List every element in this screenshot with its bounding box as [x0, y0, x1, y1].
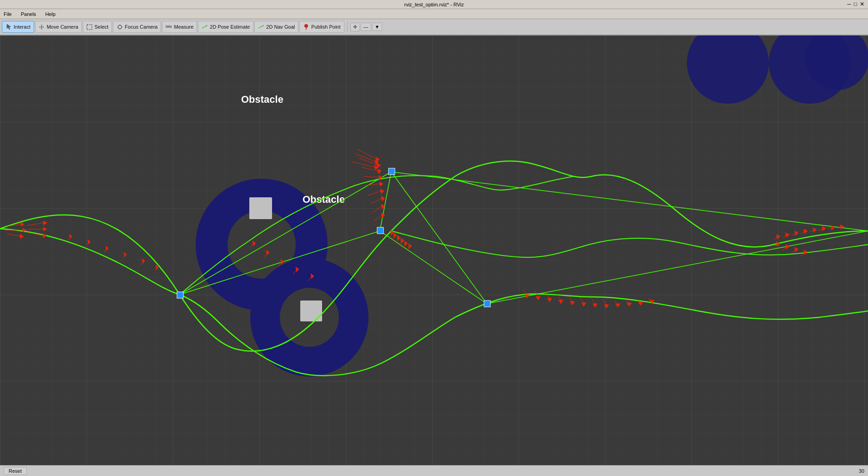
menu-panels[interactable]: Panels [19, 10, 38, 18]
svg-rect-155 [484, 301, 490, 307]
toolbar-separator [347, 21, 348, 32]
menubar: File Panels Help [0, 9, 868, 19]
toolbar: Interact Move Camera Select Focus Camera… [0, 19, 868, 35]
move-icon [39, 24, 45, 30]
tool-measure[interactable]: Measure [162, 21, 197, 33]
visualization-svg: Obstacle Obstacle [0, 35, 868, 465]
select-icon [86, 24, 93, 30]
menu-help[interactable]: Help [43, 10, 57, 18]
tool-publish-point[interactable]: Publish Point [299, 21, 344, 33]
svg-point-16 [304, 24, 308, 28]
reset-button[interactable]: Reset [4, 467, 27, 475]
tool-select-label: Select [95, 24, 109, 30]
cursor-icon [5, 24, 12, 30]
tool-2d-nav-goal-label: 2D Nav Goal [266, 24, 295, 30]
svg-rect-28 [300, 301, 322, 321]
tool-interact[interactable]: Interact [2, 21, 34, 33]
focus-icon [116, 24, 123, 30]
dropdown-icon: ▼ [375, 24, 380, 30]
tool-2d-nav-goal[interactable]: 2D Nav Goal [254, 21, 298, 33]
pose-icon [202, 24, 208, 30]
fps-display: 30 [859, 468, 864, 474]
obstacle-label-2: Obstacle [303, 194, 345, 205]
dropdown-btn[interactable]: ▼ [372, 23, 383, 31]
sep-icon: — [363, 24, 368, 30]
svg-rect-7 [166, 26, 172, 28]
titlebar: rviz_test_optim.rviz* - RViz ─ □ ✕ [0, 0, 868, 9]
ruler-icon [166, 24, 172, 30]
svg-rect-152 [389, 168, 395, 175]
svg-rect-25 [249, 197, 272, 219]
tool-2d-pose-estimate-label: 2D Pose Estimate [210, 24, 250, 30]
svg-rect-153 [377, 227, 384, 234]
minimize-btn[interactable]: ─ [847, 1, 851, 7]
canvas-area[interactable]: Obstacle Obstacle [0, 35, 868, 465]
maximize-btn[interactable]: □ [854, 1, 857, 7]
tool-measure-label: Measure [174, 24, 193, 30]
obstacle-label-1: Obstacle [241, 94, 283, 105]
tool-focus-camera[interactable]: Focus Camera [113, 21, 161, 33]
tool-move-camera-label: Move Camera [47, 24, 78, 30]
nav-icon [258, 24, 264, 30]
separator-btn[interactable]: — [361, 23, 371, 31]
svg-rect-1 [87, 25, 92, 30]
crosshair-icon: ✛ [353, 24, 357, 30]
title-text: rviz_test_optim.rviz* - RViz [404, 2, 464, 7]
svg-rect-154 [177, 292, 183, 298]
tool-select[interactable]: Select [83, 21, 112, 33]
svg-marker-0 [7, 24, 11, 30]
point-icon [303, 24, 309, 30]
tool-interact-label: Interact [14, 24, 30, 30]
tool-publish-point-label: Publish Point [311, 24, 340, 30]
tool-move-camera[interactable]: Move Camera [35, 21, 82, 33]
close-btn[interactable]: ✕ [860, 1, 864, 7]
statusbar: Reset 30 [0, 465, 868, 476]
tool-focus-camera-label: Focus Camera [125, 24, 157, 30]
menu-file[interactable]: File [2, 10, 14, 18]
tool-2d-pose-estimate[interactable]: 2D Pose Estimate [198, 21, 253, 33]
crosshair-btn[interactable]: ✛ [350, 23, 360, 31]
svg-point-2 [118, 25, 121, 29]
